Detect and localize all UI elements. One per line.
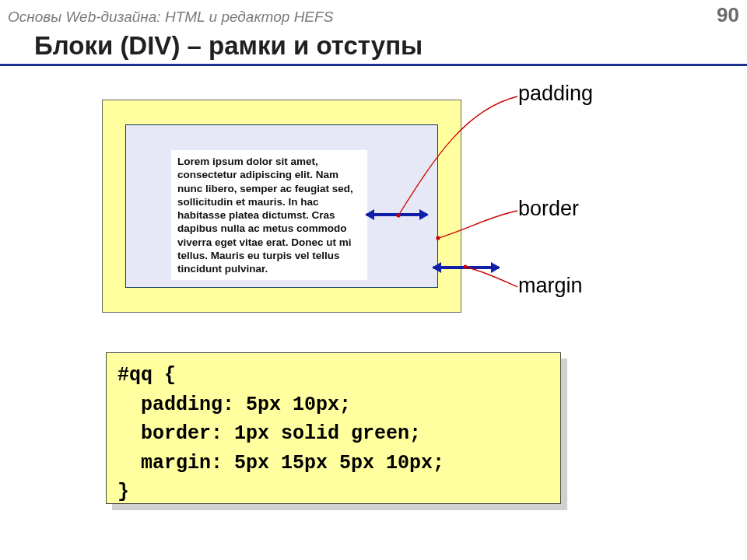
code-block: #qq { padding: 5px 10px; border: 1px sol… (106, 352, 561, 504)
border-box: Lorem ipsum dolor sit amet, consectetur … (125, 124, 438, 288)
border-label: border (518, 197, 579, 221)
content-box: Lorem ipsum dolor sit amet, consectetur … (171, 150, 367, 280)
slide-title: Блоки (DIV) – рамки и отступы (34, 31, 423, 61)
margin-arrow-icon (433, 266, 499, 269)
page-number: 90 (717, 3, 739, 27)
code-text: #qq { padding: 5px 10px; border: 1px sol… (106, 352, 561, 504)
box-model-diagram: Lorem ipsum dolor sit amet, consectetur … (102, 100, 461, 313)
course-title: Основы Web-дизайна: HTML и редактор HEFS (8, 9, 333, 26)
slide-header: Основы Web-дизайна: HTML и редактор HEFS… (8, 3, 739, 27)
slide: Основы Web-дизайна: HTML и редактор HEFS… (0, 0, 747, 560)
padding-label: padding (518, 82, 593, 106)
margin-label: margin (518, 274, 583, 298)
padding-arrow-icon (366, 213, 427, 216)
title-underline (0, 64, 747, 66)
